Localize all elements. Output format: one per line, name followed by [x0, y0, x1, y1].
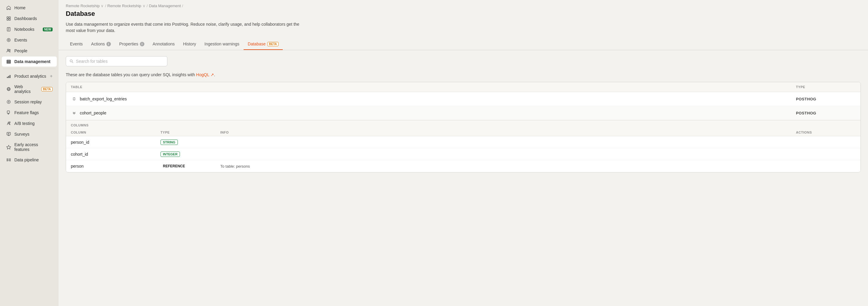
col-name: person_id [71, 140, 160, 145]
events-icon [6, 37, 11, 43]
col-type: STRING [160, 139, 220, 145]
sidebar-item-early-access[interactable]: Early access features [2, 140, 57, 154]
breadcrumb-sep-1: ∨ [101, 4, 104, 8]
tab-actions[interactable]: Actions i [87, 38, 115, 50]
tab-database[interactable]: Database BETA [244, 38, 283, 50]
row-table-name: batch_export_log_entries [80, 96, 127, 101]
data-pipeline-icon [6, 157, 11, 162]
column-row: person_id STRING [66, 136, 861, 148]
sidebar-item-label: Home [14, 5, 25, 10]
tab-history[interactable]: History [179, 38, 200, 50]
col-name: person [71, 164, 160, 169]
tab-annotations[interactable]: Annotations [149, 38, 179, 50]
sidebar-item-web-analytics[interactable]: Web analytics BETA [2, 82, 57, 96]
sidebar-item-ab-testing[interactable]: A/B testing [2, 118, 57, 128]
data-management-icon [6, 59, 11, 64]
svg-rect-2 [7, 19, 8, 20]
tab-events[interactable]: Events [66, 38, 87, 50]
expand-row-button[interactable] [71, 96, 78, 102]
breadcrumb-remote-rocketship-2[interactable]: Remote Rocketship [107, 4, 141, 8]
notebooks-badge: NEW [43, 28, 53, 31]
row-name-cell: batch_export_log_entries [71, 92, 796, 106]
sidebar-item-label: Session replay [14, 99, 42, 104]
notebooks-icon [6, 27, 11, 32]
search-icon [70, 59, 73, 63]
tab-properties[interactable]: Properties i [115, 38, 149, 50]
feature-flags-icon [6, 110, 11, 115]
product-analytics-icon [6, 73, 11, 79]
add-product-analytics-icon[interactable]: + [50, 73, 53, 79]
sidebar-item-people[interactable]: People [2, 46, 57, 56]
col-type-badge: REFERENCE [160, 163, 187, 169]
table-row: batch_export_log_entries POSTHOG [66, 92, 861, 106]
col-header-actions: ACTIONS [796, 130, 856, 134]
svg-rect-26 [7, 132, 10, 135]
svg-point-32 [70, 60, 72, 62]
col-type: REFERENCE [160, 163, 220, 169]
svg-line-33 [72, 62, 73, 63]
sidebar-item-surveys[interactable]: Surveys [2, 129, 57, 139]
sidebar-item-label: Surveys [14, 132, 30, 136]
sidebar-item-dashboards[interactable]: Dashboards [2, 13, 57, 24]
properties-info-icon: i [140, 42, 144, 46]
sidebar-item-label: Data management [14, 59, 51, 64]
surveys-icon [6, 131, 11, 137]
breadcrumb-data-management: Data Management [149, 4, 181, 8]
svg-rect-12 [7, 60, 10, 61]
sidebar-item-label: Notebooks [14, 27, 34, 32]
sidebar-item-data-pipeline[interactable]: Data pipeline [2, 155, 57, 165]
breadcrumb-sep-2: ∨ [143, 4, 146, 8]
database-table: TABLE TYPE batch_export_log_entries POST… [66, 82, 861, 173]
svg-rect-1 [9, 17, 10, 18]
sidebar-item-home[interactable]: Home [2, 3, 57, 13]
sidebar-item-product-analytics[interactable]: Product analytics + [2, 71, 57, 81]
sidebar-item-label: People [14, 49, 28, 53]
main-content: Remote Rocketship ∨ / Remote Rocketship … [59, 0, 868, 306]
tabs: Events Actions i Properties i Annotation… [59, 38, 868, 50]
col-header-type: TYPE [160, 130, 220, 134]
sidebar-item-notebooks[interactable]: Notebooks NEW [2, 24, 57, 34]
hogql-description: These are the database tables you can qu… [66, 72, 861, 77]
sidebar-item-events[interactable]: Events [2, 35, 57, 45]
search-input[interactable] [76, 59, 163, 64]
early-access-icon [6, 144, 11, 150]
sidebar-item-session-replay[interactable]: Session replay [2, 97, 57, 107]
svg-rect-0 [7, 17, 8, 18]
columns-section: COLUMNS COLUMN TYPE INFO ACTIONS person_… [66, 120, 861, 172]
session-replay-icon [6, 99, 11, 104]
table-row: cohort_people POSTHOG [66, 106, 861, 120]
col-type: INTEGER [160, 151, 220, 157]
table-col-table: TABLE [71, 85, 796, 89]
columns-header-row: COLUMN TYPE INFO ACTIONS [66, 129, 861, 136]
collapse-row-button[interactable] [71, 110, 78, 116]
svg-rect-17 [9, 75, 10, 78]
hogql-link[interactable]: HogQL ↗ [196, 72, 214, 77]
col-type-badge: INTEGER [160, 152, 180, 157]
actions-info-icon: i [106, 42, 111, 46]
search-bar[interactable] [66, 56, 167, 66]
web-analytics-badge: BETA [41, 87, 53, 91]
row-name-cell: cohort_people [71, 106, 796, 120]
svg-marker-22 [8, 101, 10, 103]
col-type-badge: STRING [160, 140, 178, 145]
svg-rect-15 [7, 77, 8, 78]
sidebar-item-data-management[interactable]: Data management [2, 57, 57, 67]
sidebar-item-label: Early access features [14, 142, 53, 152]
breadcrumb-remote-rocketship-1[interactable]: Remote Rocketship [66, 4, 99, 8]
tab-ingestion-warnings[interactable]: Ingestion warnings [200, 38, 244, 50]
svg-rect-13 [7, 61, 10, 62]
row-type: POSTHOG [796, 97, 856, 101]
sidebar: Home Dashboards Notebooks NEW Events Peo… [0, 0, 59, 306]
column-row: person REFERENCE To table: persons [66, 160, 861, 172]
column-row: cohort_id INTEGER [66, 148, 861, 160]
table-header-row: TABLE TYPE [66, 82, 861, 92]
sidebar-divider [3, 69, 56, 69]
col-name: cohort_id [71, 152, 160, 157]
sidebar-item-label: Dashboards [14, 16, 37, 21]
svg-rect-16 [8, 76, 9, 78]
page-title: Database [59, 9, 868, 21]
sidebar-item-feature-flags[interactable]: Feature flags [2, 108, 57, 118]
svg-rect-14 [7, 62, 10, 63]
row-type: POSTHOG [796, 111, 856, 115]
svg-rect-23 [7, 111, 9, 113]
